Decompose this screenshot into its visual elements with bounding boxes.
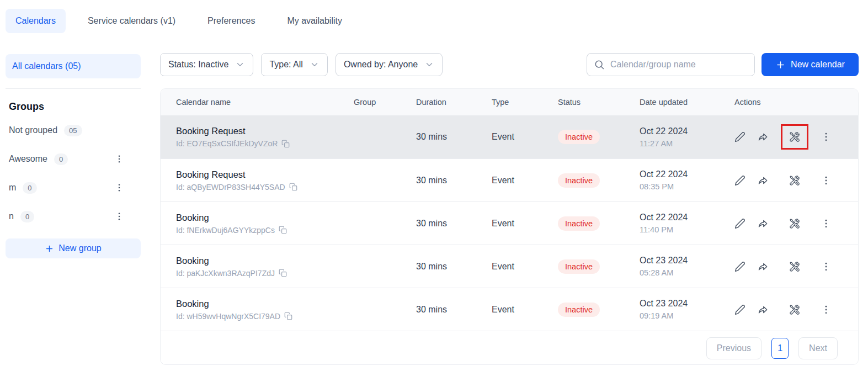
- time-updated: 11:27 AM: [640, 139, 734, 148]
- previous-page-button[interactable]: Previous: [706, 337, 762, 359]
- actions-cell: [734, 124, 858, 150]
- tools-icon: [789, 304, 800, 315]
- status-badge: Inactive: [558, 130, 600, 144]
- share-button[interactable]: [758, 131, 769, 142]
- copy-icon[interactable]: [281, 140, 290, 148]
- tools-button[interactable]: [789, 131, 800, 142]
- new-calendar-button[interactable]: New calendar: [762, 53, 859, 76]
- tools-wrap: [781, 168, 808, 193]
- status-badge: Inactive: [558, 173, 600, 188]
- tools-wrap: [781, 211, 808, 236]
- tab-calendars[interactable]: Calendars: [6, 9, 66, 33]
- sidebar-item-m[interactable]: m 0: [6, 173, 141, 202]
- share-arrow-icon: [758, 218, 769, 229]
- kebab-icon: [821, 131, 832, 142]
- chevron-down-icon: [235, 60, 245, 70]
- calendar-name: Booking: [176, 299, 354, 309]
- table-row[interactable]: Booking Id: paKJcXkwn3RAzqPI7ZdJ 30 mins…: [161, 245, 858, 288]
- tools-button[interactable]: [789, 261, 800, 272]
- calendar-id: Id: paKJcXkwn3RAzqPI7ZdJ: [176, 269, 354, 278]
- calendars-table: Calendar name Group Duration Type Status…: [160, 88, 859, 365]
- pencil-icon: [734, 175, 745, 186]
- filter-bar: Status: Inactive Type: All Owned by: Any…: [160, 53, 443, 76]
- date-updated: Oct 22 2024: [640, 213, 734, 222]
- table-row[interactable]: Booking Id: fNErkwDuj6AGYYkzppCs 30 mins…: [161, 201, 858, 245]
- page-number-button[interactable]: 1: [771, 338, 789, 359]
- status-filter-dropdown[interactable]: Status: Inactive: [160, 53, 253, 76]
- kebab-icon: [114, 211, 124, 221]
- new-group-button[interactable]: New group: [6, 238, 141, 258]
- plus-icon: [775, 60, 786, 70]
- row-menu-button[interactable]: [821, 175, 832, 186]
- time-updated: 09:19 AM: [640, 311, 734, 320]
- group-name: m: [9, 183, 16, 193]
- type-cell: Event: [492, 219, 558, 229]
- edit-button[interactable]: [734, 218, 745, 229]
- header-date-updated: Date updated: [640, 98, 734, 107]
- top-nav: Calendars Service calendars (v1) Prefere…: [6, 9, 352, 33]
- group-menu-button[interactable]: [114, 211, 124, 221]
- tools-wrap: [781, 297, 808, 322]
- tab-preferences[interactable]: Preferences: [198, 9, 265, 33]
- type-filter-dropdown[interactable]: Type: All: [261, 53, 327, 76]
- row-menu-button[interactable]: [821, 304, 832, 315]
- duration-cell: 30 mins: [416, 262, 492, 272]
- plus-icon: [45, 244, 54, 253]
- search-input[interactable]: [587, 53, 755, 76]
- owner-filter-dropdown[interactable]: Owned by: Anyone: [336, 53, 443, 76]
- copy-icon[interactable]: [279, 269, 287, 277]
- share-button[interactable]: [758, 304, 769, 315]
- group-name: Not grouped: [9, 125, 57, 135]
- duration-cell: 30 mins: [416, 132, 492, 142]
- group-menu-button[interactable]: [114, 154, 124, 164]
- table-row[interactable]: Booking Request Id: EO7EqSxCSIfJEkDyVZoR…: [161, 115, 858, 158]
- share-button[interactable]: [758, 218, 769, 229]
- sidebar: All calendars (05) Groups Not grouped 05…: [6, 54, 141, 258]
- pencil-icon: [734, 131, 745, 142]
- copy-icon[interactable]: [284, 312, 292, 320]
- type-cell: Event: [492, 305, 558, 315]
- date-updated: Oct 23 2024: [640, 299, 734, 309]
- edit-button[interactable]: [734, 261, 745, 272]
- edit-button[interactable]: [734, 131, 745, 142]
- kebab-icon: [114, 154, 124, 164]
- header-group: Group: [354, 98, 416, 107]
- group-name: Awesome: [9, 154, 47, 164]
- sidebar-item-awesome[interactable]: Awesome 0: [6, 145, 141, 173]
- sidebar-item-all-calendars[interactable]: All calendars (05): [6, 54, 141, 78]
- sidebar-item-n[interactable]: n 0: [6, 202, 141, 231]
- group-menu-button[interactable]: [114, 183, 124, 193]
- row-menu-button[interactable]: [821, 218, 832, 229]
- copy-icon[interactable]: [279, 226, 287, 234]
- kebab-icon: [821, 175, 832, 186]
- next-page-button[interactable]: Next: [798, 337, 838, 359]
- share-button[interactable]: [758, 261, 769, 272]
- sidebar-item-not-grouped[interactable]: Not grouped 05: [6, 116, 141, 145]
- tools-wrap: [781, 254, 808, 279]
- header-type: Type: [492, 98, 558, 107]
- row-menu-button[interactable]: [821, 131, 832, 142]
- pencil-icon: [734, 261, 745, 272]
- tools-button[interactable]: [789, 175, 800, 186]
- chevron-down-icon: [310, 60, 319, 70]
- table-row[interactable]: Booking Request Id: aQByEWDrP83SH44Y5SAD…: [161, 158, 858, 201]
- duration-cell: 30 mins: [416, 219, 492, 229]
- calendar-name: Booking: [176, 256, 354, 266]
- tools-icon: [789, 261, 800, 272]
- tab-my-availability[interactable]: My availability: [277, 9, 352, 33]
- kebab-icon: [821, 304, 832, 315]
- owner-filter-label: Owned by: Anyone: [344, 60, 418, 70]
- edit-button[interactable]: [734, 175, 745, 186]
- search-box: [587, 53, 755, 76]
- new-calendar-label: New calendar: [791, 60, 845, 70]
- share-button[interactable]: [758, 175, 769, 186]
- row-menu-button[interactable]: [821, 261, 832, 272]
- tools-button[interactable]: [789, 218, 800, 229]
- table-row[interactable]: Booking Id: wH59wvHqwNgrX5CI79AD 30 mins…: [161, 288, 858, 331]
- copy-icon[interactable]: [289, 183, 297, 191]
- tab-service-calendars[interactable]: Service calendars (v1): [78, 9, 185, 33]
- header-actions: Actions: [734, 98, 858, 107]
- edit-button[interactable]: [734, 304, 745, 315]
- tools-button[interactable]: [789, 304, 800, 315]
- status-filter-label: Status: Inactive: [168, 60, 228, 70]
